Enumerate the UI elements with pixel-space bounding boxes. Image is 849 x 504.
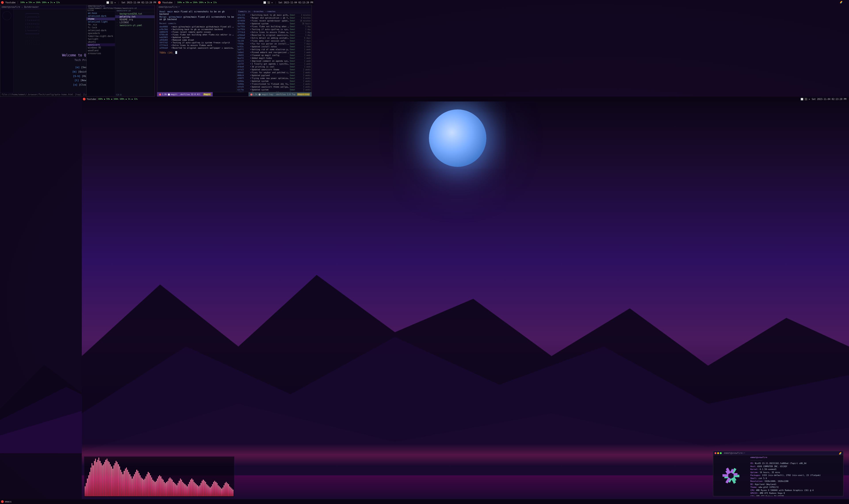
audio-bar — [100, 461, 101, 496]
audio-bar — [226, 482, 227, 496]
audio-bar — [168, 479, 169, 496]
fb-dir-theme-selected[interactable]: theme — [87, 17, 115, 20]
audio-bar — [94, 461, 95, 496]
window-icons: ⬜ ⬛ ✕ — [106, 1, 115, 4]
workspace-icon: 🔴 — [1, 1, 4, 4]
git-topbar: emmet@snowfire:~ — [157, 5, 311, 9]
git-pos: 32:0 All — [191, 93, 200, 95]
fb-dir-xresources[interactable]: xresources — [87, 52, 115, 55]
neo-dot-red — [715, 452, 716, 454]
fb-filename: background256.txt — [120, 13, 142, 15]
audio-bar — [141, 478, 142, 496]
log-commit-item: 409070a•Ranger dnd optimization + qb fil… — [237, 17, 311, 19]
neo-res-line: Resolution: 1920x1080, 1920x1200 — [751, 480, 842, 483]
audio-bar — [120, 470, 121, 496]
fb-file-license[interactable]: · LICENSE — [115, 21, 155, 24]
fb-dir-selenized-light[interactable]: selenized-light — [87, 20, 115, 23]
fb-sys-label: system — [87, 9, 115, 12]
audio-bar — [180, 479, 181, 496]
fb-file-polarity[interactable]: · polarity.txt — [115, 15, 155, 18]
neo-theme-line: Theme: adw-gtk3 [GTK2/3] — [751, 486, 842, 489]
nix-logo-canvas — [717, 461, 745, 490]
neo-gpu1-val: AMD ATI Radeon RX 6800M — [756, 495, 784, 496]
fb-filename-license: LICENSE — [120, 21, 129, 24]
fb-file-yaml[interactable]: · uwunicorn-yt.yaml — [115, 24, 155, 27]
fb-file-bg256[interactable]: · background256.txt — [115, 12, 155, 15]
audio-bar — [149, 473, 150, 496]
audio-bar — [195, 483, 196, 496]
audio-bar — [181, 480, 182, 496]
neo-host-line: Host: ASUS COMPUTER INC. G513QY — [751, 465, 842, 468]
neo-host-val: ASUS COMPUTER INC. G513QY — [757, 465, 787, 468]
neo-theme-key: Theme: — [751, 486, 758, 489]
neo-username: emmet@snowfire — [751, 456, 767, 459]
fb-filename-polarity: polarity.txt — [120, 16, 136, 18]
topbar-left-content: 🔴 Youtube 100% ▪ 59% ▪ 104% 100% ▪ 1% ▪ … — [1, 1, 60, 4]
audio-bar — [101, 463, 102, 496]
audio-bar — [131, 476, 131, 496]
fb-dir-ubuntu[interactable]: ubuntu — [87, 40, 115, 43]
audio-bar — [172, 480, 173, 496]
neo-uptime-val: 19 hours, 35 mins — [760, 471, 780, 474]
log-commit-item: fa94da•Transitioned to flatpak obs for n… — [237, 83, 311, 86]
fb-dir-twilight[interactable]: twilight — [87, 38, 115, 40]
log-commit-item: 080b14•Updated pyplandEmmet2 weeks — [237, 74, 311, 77]
neo-res-val: 1920x1080, 1920x1200 — [764, 480, 789, 483]
fb-dir-woodland[interactable]: woodland — [87, 49, 115, 52]
fb-dir-selenized-dark[interactable]: selenized-dark — [87, 15, 115, 17]
audio-visualizer — [84, 456, 234, 497]
fb-dir-spacedark[interactable]: spacedark — [87, 32, 115, 35]
fb-dir-fc-lock[interactable]: fc-lock — [87, 26, 115, 29]
neo-gpu0-line: GPU[0]: AMD ATI Radeon Vega 8 — [751, 492, 842, 495]
log-commit-item: e560f5•Trying some new power optimizatio… — [237, 77, 311, 80]
audio-bar — [145, 476, 146, 496]
audio-bar — [142, 479, 143, 496]
git-window: emmet@snowfire:~ Head: main main Fixed a… — [157, 5, 312, 96]
audio-bar — [85, 486, 86, 496]
log-commit-item: df4ee0•3d printing is coolEmmet1 week — [237, 66, 311, 68]
commit-msg: Testing if auto-cpufreq is system freeze… — [173, 41, 234, 44]
merge-remote: gitea/main — [169, 16, 183, 18]
fb-dir-win95[interactable]: windows-95 — [87, 46, 115, 49]
log-commit-item: 277f4c0•Extra lines to ensure flakes wor… — [237, 31, 311, 34]
audio-bar — [214, 481, 215, 496]
fb-dir-ad-hone[interactable]: ad-hone — [87, 12, 115, 15]
fb-dir-uwunicorn[interactable]: uwunicorn — [87, 43, 115, 46]
neo-res-key: Resolution: — [751, 480, 764, 483]
commit-hash: bdd2003 — [159, 36, 170, 38]
commit-msg: Extra lines to ensure flakes work — [173, 44, 234, 47]
fb-dir-tomorrow[interactable]: tomorrow-night-dark — [87, 35, 115, 38]
fb-dir-fm-nix[interactable]: fm-.nix — [87, 23, 115, 26]
audio-bar — [210, 487, 211, 496]
yaml-icon: · — [116, 24, 120, 26]
audio-bar — [186, 485, 186, 496]
commit-msg: Removed some bloat — [173, 39, 234, 41]
fb-file-readme[interactable]: · README.org — [115, 18, 155, 21]
git-status-dot2: ⬤ — [250, 93, 252, 95]
audio-bar — [204, 481, 205, 496]
audio-bar — [198, 486, 199, 496]
audio-bar — [202, 481, 202, 496]
audio-bar — [150, 475, 151, 496]
magit-label: magit: .dotfiles — [171, 93, 190, 95]
audio-bar — [160, 476, 161, 496]
recent-commit-item: 59f57d2•Testing if auto-cpufreq is syste… — [159, 41, 234, 44]
neo-separator: ---------- — [751, 459, 762, 462]
audio-bar — [183, 483, 184, 496]
ws-icon-main: 🔴 — [1, 500, 4, 503]
audio-bar — [140, 475, 141, 496]
fb-file-list: uwunicorn-yt · background256.txt · polar… — [115, 9, 155, 96]
commit-msg: main gitea/main gitlab/main github/main … — [173, 26, 234, 28]
audio-bar — [164, 482, 165, 496]
fb-path-header: uwunicorn-yt — [115, 9, 155, 12]
filebrowser-window: emmet@snowfire: /home/emmet/.dotfiles/th… — [86, 5, 155, 96]
audio-bar — [125, 469, 126, 496]
log-commit-item: 42f4930•Fixes recent qutebrowser update … — [237, 19, 311, 22]
audio-bar — [193, 480, 194, 496]
fb-dir-selenized-dark2[interactable]: selenized-dark — [87, 29, 115, 32]
audio-bar — [211, 486, 212, 496]
neo-sep-line: ---------- — [751, 459, 842, 462]
git-title: emmet@snowfire:~ — [159, 6, 180, 8]
neo-rainbow: 🌈 — [839, 451, 842, 455]
audio-bar — [109, 462, 110, 496]
